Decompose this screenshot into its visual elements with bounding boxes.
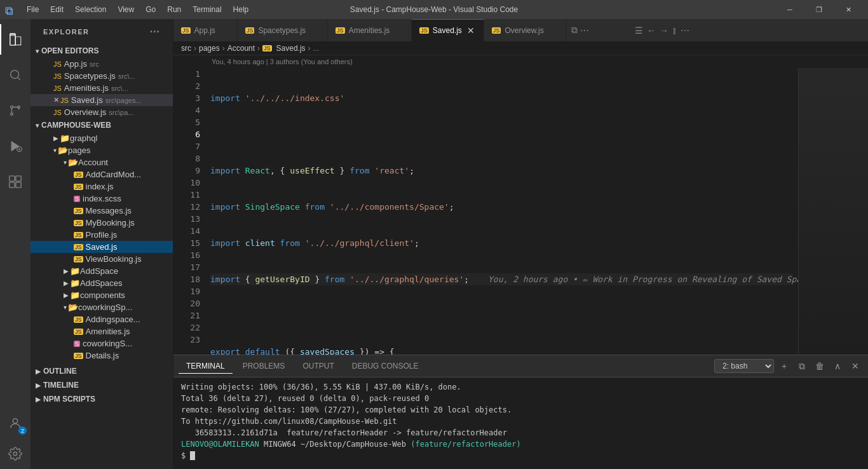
folder-graphql[interactable]: ▶ 📁 graphql xyxy=(31,132,173,144)
menu-file[interactable]: File xyxy=(22,3,44,16)
folder-addspace[interactable]: ▶ 📁 AddSpace xyxy=(31,265,173,277)
file-coworkingscss[interactable]: S coworkingS... xyxy=(31,337,173,350)
tab-debug-console[interactable]: DEBUG CONSOLE xyxy=(344,359,426,373)
split-right-icon[interactable]: ⫿ xyxy=(672,25,677,36)
activity-explorer[interactable] xyxy=(0,24,31,55)
tab-close-icon[interactable]: ✕ xyxy=(219,25,229,36)
split-editor-icon[interactable]: ⧉ xyxy=(571,25,578,36)
file-indexjs[interactable]: JS index.js xyxy=(31,180,173,193)
close-button[interactable]: ✕ xyxy=(834,0,863,19)
menu-terminal[interactable]: Terminal xyxy=(187,3,226,16)
file-profile[interactable]: JS Profile.js xyxy=(31,229,173,241)
file-details[interactable]: JS Details.js xyxy=(31,350,173,362)
tab-output[interactable]: OUTPUT xyxy=(295,359,341,373)
sidebar-more-icon[interactable]: ⋯ xyxy=(149,25,161,37)
project-header[interactable]: ▾ CAMPHOUSE-WEB xyxy=(31,118,173,132)
terminal-content[interactable]: Writing objects: 100% (36/36), 5.55 KiB … xyxy=(173,377,868,469)
file-messages[interactable]: JS Messages.js xyxy=(31,205,173,217)
folder-account[interactable]: ▾ 📂 Account xyxy=(31,156,173,168)
new-terminal-icon[interactable]: + xyxy=(776,358,792,374)
tab-close-icon[interactable]: ✕ xyxy=(393,25,403,36)
terminal-line: Total 36 (delta 27), reused 0 (delta 0),… xyxy=(181,393,860,404)
terminal-selector[interactable]: 2: bash xyxy=(714,359,774,373)
line-num: 23 xyxy=(179,334,200,346)
tab-bar-inner: JS App.js ✕ JS Spacetypes.js ✕ JS Amenit… xyxy=(173,19,594,41)
activity-settings[interactable] xyxy=(0,438,31,469)
tab-problems[interactable]: PROBLEMS xyxy=(235,359,293,373)
open-editor-savedjs[interactable]: ✕ JS Saved.js src\pages... xyxy=(31,94,173,106)
tab-close-icon[interactable]: ✕ xyxy=(548,25,558,36)
npm-scripts-header[interactable]: ▶ NPM SCRIPTS xyxy=(31,392,173,406)
menu-run[interactable]: Run xyxy=(162,3,186,16)
tab-overview[interactable]: JS Overview.js ✕ xyxy=(484,19,566,41)
folder-addspaces[interactable]: ▶ 📁 AddSpaces xyxy=(31,277,173,289)
close-icon[interactable]: ✕ xyxy=(53,96,59,104)
folder-components[interactable]: ▶ 📁 components xyxy=(31,289,173,301)
file-indexscss[interactable]: S index.scss xyxy=(31,193,173,205)
minimize-button[interactable]: ─ xyxy=(775,0,804,19)
open-editor-amenities[interactable]: JS Amenities.js src\... xyxy=(31,82,173,94)
code-editor[interactable]: import '../../../index.css' import React… xyxy=(205,68,798,355)
menu-go[interactable]: Go xyxy=(140,3,161,16)
close-terminal-icon[interactable]: ✕ xyxy=(848,358,863,374)
go-back-icon[interactable]: ← xyxy=(647,25,656,36)
file-addcardmod[interactable]: JS AddCardMod... xyxy=(31,168,173,180)
split-terminal-icon[interactable]: ⧉ xyxy=(794,358,810,374)
breadcrumb-pages[interactable]: pages xyxy=(199,44,220,53)
activity-extensions[interactable] xyxy=(0,167,31,197)
breadcrumb-sep: › xyxy=(194,44,196,53)
breadcrumb-savedjs[interactable]: Saved.js xyxy=(276,44,306,53)
breadcrumb-account[interactable]: Account xyxy=(227,44,255,53)
folder-name: components xyxy=(80,290,125,300)
open-editor-overview[interactable]: JS Overview.js src\pa... xyxy=(31,106,173,118)
more-actions-icon[interactable]: ⋯ xyxy=(580,25,589,36)
tab-savedjs[interactable]: JS Saved.js ✕ xyxy=(412,19,484,41)
git-blame-text: You, 4 hours ago | 3 authors (You and ot… xyxy=(212,58,353,65)
tab-spacetypes[interactable]: JS Spacetypes.js ✕ xyxy=(238,19,328,41)
line-num: 21 xyxy=(179,309,200,322)
menu-selection[interactable]: Selection xyxy=(70,3,111,16)
chevron-up-icon[interactable]: ∧ xyxy=(830,358,845,374)
activity-run-debug[interactable] xyxy=(0,131,31,161)
timeline-header[interactable]: ▶ TIMELINE xyxy=(31,378,173,392)
open-editor-appjs[interactable]: JS App.js src xyxy=(31,58,173,70)
tab-terminal[interactable]: TERMINAL xyxy=(179,359,233,374)
sidebar-content: ▾ OPEN EDITORS JS App.js src JS Spacetyp… xyxy=(31,44,173,469)
file-name: Saved.js xyxy=(86,242,118,252)
file-viewbooking[interactable]: JS ViewBooking.js xyxy=(31,253,173,265)
project-name: CAMPHOUSE-WEB xyxy=(41,121,111,130)
file-mybooking[interactable]: JS MyBooking.js xyxy=(31,217,173,229)
menu-edit[interactable]: Edit xyxy=(45,3,69,16)
open-editors-header[interactable]: ▾ OPEN EDITORS xyxy=(31,44,173,58)
tab-close-icon[interactable]: ✕ xyxy=(309,25,320,36)
npm-scripts-label: NPM SCRIPTS xyxy=(43,395,95,404)
maximize-button[interactable]: ❐ xyxy=(804,0,834,19)
file-amenities2[interactable]: JS Amenities.js xyxy=(31,325,173,337)
menu-view[interactable]: View xyxy=(112,3,139,16)
activity-source-control[interactable] xyxy=(0,95,31,126)
file-addingspace[interactable]: JS Addingspace... xyxy=(31,313,173,325)
more-editor-icon[interactable]: ⋯ xyxy=(681,25,689,36)
menu-help[interactable]: Help xyxy=(228,3,254,16)
breadcrumb-more[interactable]: ... xyxy=(313,44,320,53)
folder-pages[interactable]: ▾ 📂 pages xyxy=(31,144,173,156)
outline-header[interactable]: ▶ OUTLINE xyxy=(31,364,173,378)
folder-coworkingsp[interactable]: ▾ 📂 coworkingSp... xyxy=(31,301,173,313)
file-savedjs[interactable]: JS Saved.js xyxy=(31,241,173,253)
js-file-icon: JS xyxy=(74,316,83,323)
activity-search[interactable] xyxy=(0,60,31,90)
tab-appjs[interactable]: JS App.js ✕ xyxy=(173,19,238,41)
trash-terminal-icon[interactable]: 🗑 xyxy=(812,358,827,374)
editor[interactable]: 1 2 3 4 5 6 7 8 9 10 11 12 13 14 15 16 1… xyxy=(173,68,868,355)
activity-account[interactable]: 2 xyxy=(0,408,31,438)
line-num: 4 xyxy=(179,104,200,116)
tab-amenities[interactable]: JS Amenities.js ✕ xyxy=(328,19,412,41)
svg-point-12 xyxy=(13,452,17,456)
breadcrumb-src[interactable]: src xyxy=(181,44,191,53)
tab-close-icon[interactable]: ✕ xyxy=(466,25,476,36)
folder-name: Account xyxy=(78,158,108,167)
editor-toolbar: ☰ ← → ⫿ ⋯ xyxy=(630,19,695,41)
open-editor-spacetypes[interactable]: JS Spacetypes.js src\... xyxy=(31,70,173,82)
go-forward-icon[interactable]: → xyxy=(660,25,668,36)
outline-chevron: ▶ xyxy=(36,368,41,375)
